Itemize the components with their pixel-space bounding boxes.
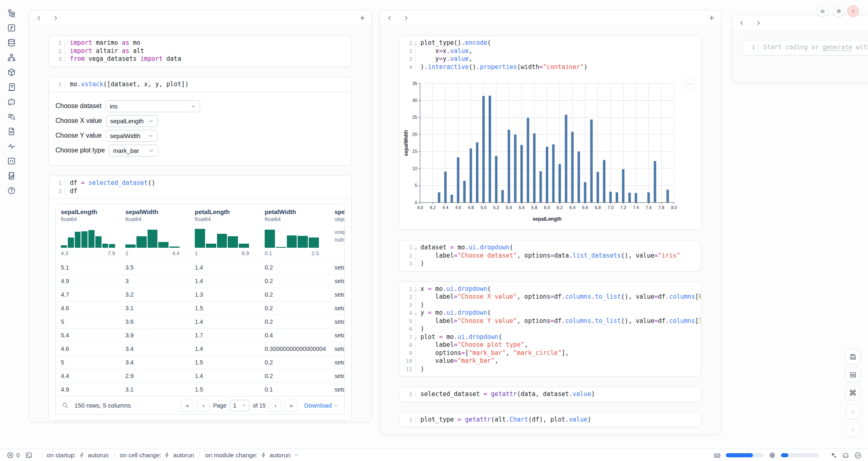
page-select[interactable]: 1 <box>230 400 249 411</box>
code-text[interactable]: ) <box>415 301 701 309</box>
code-text[interactable]: plot_type = getattr(alt.Chart(df), plot.… <box>415 416 701 424</box>
column-forward-icon[interactable] <box>403 15 409 21</box>
code-text[interactable]: label="Choose X value", options=df.colum… <box>415 293 701 301</box>
shutdown-button[interactable] <box>847 5 859 17</box>
table-column-header[interactable]: sepalWidthfloat6424.4 <box>125 208 195 260</box>
code-text[interactable]: ) <box>415 260 701 268</box>
sidebar-item-snippets[interactable] <box>7 157 16 166</box>
code-text[interactable]: options=["mark_bar", "mark_circle"], <box>415 349 701 357</box>
terminal-button[interactable] <box>25 452 32 459</box>
sidebar-item-packages[interactable] <box>7 68 16 77</box>
add-cell-button[interactable]: + <box>709 14 714 23</box>
code-text[interactable]: selected_dataset = getattr(data, dataset… <box>415 390 701 399</box>
fold-marker[interactable]: v <box>414 245 417 253</box>
cell-editor-selected-dataset[interactable]: 1selected_dataset = getattr(data, datase… <box>399 387 701 402</box>
settings-button[interactable] <box>833 5 845 17</box>
dropdown-select-choose-y-value[interactable]: sepalWidth <box>106 130 157 142</box>
code-text[interactable]: y = mo.ui.dropdown( <box>415 309 701 317</box>
code-text[interactable]: ) <box>415 325 701 333</box>
previous-page-button[interactable]: ‹ <box>197 399 210 412</box>
code-text[interactable]: df = selected_dataset() <box>65 179 351 187</box>
sidebar-item-functions[interactable] <box>7 23 16 32</box>
table-column-header[interactable]: speciobjecuniqunulls: <box>335 208 344 260</box>
code-text[interactable]: label="Choose plot type", <box>415 341 701 349</box>
code-text[interactable]: label="Choose Y value", options=df.colum… <box>415 317 701 325</box>
sidebar-item-dependency-graph[interactable] <box>7 53 16 62</box>
scratchpad-editor[interactable]: Start coding or generate with <box>758 44 868 52</box>
code-text[interactable]: from vega_datasets import data <box>65 55 351 63</box>
sidebar-item-logs[interactable] <box>7 83 16 92</box>
code-text[interactable]: x = mo.ui.dropdown( <box>415 285 701 293</box>
sidebar-item-search-logs[interactable] <box>7 112 16 121</box>
keyboard-shortcuts-button[interactable]: ⌘ <box>845 385 861 400</box>
stop-button[interactable] <box>845 404 861 420</box>
code-text[interactable]: plot = mo.ui.dropdown( <box>415 333 701 341</box>
table-column-header[interactable]: petalWidthfloat640.12.5 <box>265 208 335 260</box>
altair-bar-chart[interactable]: 051015202530354.04.24.44.64.85.05.25.45.… <box>403 78 679 223</box>
run-button[interactable] <box>845 422 861 437</box>
code-line: 2 x=x.value, <box>399 47 701 55</box>
last-page-button[interactable]: » <box>285 399 298 412</box>
sidebar-item-help[interactable] <box>7 186 16 195</box>
sidebar-item-file-tree[interactable] <box>7 9 16 18</box>
code-text[interactable]: value="mark_bar", <box>415 357 701 365</box>
code-text[interactable]: ) <box>415 365 701 373</box>
cell-editor-df[interactable]: 1df = selected_dataset()2df <box>49 176 351 198</box>
layout-button[interactable] <box>845 367 861 382</box>
column-back-icon[interactable] <box>386 15 393 21</box>
sidebar-item-documentation[interactable] <box>7 127 16 136</box>
code-text[interactable]: y=y.value, <box>415 55 701 63</box>
table-column-header[interactable]: sepalLengthfloat644.37.9 <box>61 208 125 260</box>
fold-marker[interactable]: v <box>414 286 417 295</box>
sidebar-item-tracing[interactable] <box>7 142 16 151</box>
cell-editor-plot[interactable]: 1vplot_type().encode(2 x=x.value,3 y=y.v… <box>399 36 701 74</box>
fold-marker[interactable]: v <box>414 334 417 343</box>
column-back-icon[interactable] <box>36 15 42 21</box>
save-button[interactable] <box>845 349 861 364</box>
generate-with-ai-link[interactable]: generate <box>823 44 852 51</box>
errors-indicator[interactable]: 0 <box>7 452 20 459</box>
dropdown-select-choose-x-value[interactable]: sepalLength <box>106 115 158 127</box>
table-cell: 1.4 <box>195 278 265 284</box>
first-page-button[interactable]: « <box>181 399 194 412</box>
fold-marker[interactable]: v <box>414 310 417 318</box>
ai-assist-button[interactable] <box>829 452 837 459</box>
on-module-change-toggle[interactable]: on module change: autorun <box>205 452 298 459</box>
search-icon[interactable] <box>62 402 69 409</box>
download-button[interactable]: Download <box>304 402 339 409</box>
sidebar-item-database[interactable] <box>7 38 16 47</box>
cell-editor-vstack[interactable]: 1mo.vstack([dataset, x, y, plot]) <box>49 77 351 92</box>
fold-marker[interactable]: v <box>414 40 417 48</box>
code-text[interactable]: df <box>65 187 351 196</box>
connection-status-button[interactable] <box>854 452 861 459</box>
code-text[interactable]: label="Choose dataset", options=data.lis… <box>415 252 701 260</box>
code-text[interactable]: x=x.value, <box>415 47 701 55</box>
sidebar-item-scratchpad[interactable] <box>7 171 16 180</box>
column-forward-icon[interactable] <box>52 15 59 21</box>
add-cell-button[interactable]: + <box>360 14 365 23</box>
cell-editor-imports[interactable]: 1import marimo as mo2import altair as al… <box>49 36 351 67</box>
cell-editor-xy-plot-dropdowns[interactable]: 1vx = mo.ui.dropdown(2 label="Choose X v… <box>399 282 701 377</box>
cell-editor-dataset-dropdown[interactable]: 1vdataset = mo.ui.dropdown(2 label="Choo… <box>399 240 701 271</box>
cell-editor-plot-type[interactable]: 1plot_type = getattr(alt.Chart(df), plot… <box>399 413 701 427</box>
menu-button[interactable] <box>817 5 828 17</box>
table-column-header[interactable]: petalLengthfloat6416.9 <box>195 208 265 260</box>
code-text[interactable]: import marimo as mo <box>65 39 351 47</box>
chart-actions-button[interactable]: ⋯ <box>684 78 696 90</box>
dropdown-select-choose-plot-type[interactable]: mark_bar <box>109 145 158 157</box>
code-text[interactable]: dataset = mo.ui.dropdown( <box>415 244 701 252</box>
next-page-button[interactable]: › <box>269 399 282 412</box>
copilot-button[interactable] <box>842 452 849 459</box>
table-cell: 0.1 <box>265 386 335 393</box>
dropdown-select-choose-dataset[interactable]: iris <box>106 100 200 112</box>
code-text[interactable]: ).interactive().properties(width="contai… <box>415 63 701 71</box>
on-cell-change-toggle[interactable]: on cell change: autorun <box>120 452 194 459</box>
column-back-icon[interactable] <box>739 20 745 26</box>
code-text[interactable]: mo.vstack([dataset, x, y, plot]) <box>65 81 351 89</box>
code-text[interactable]: plot_type().encode( <box>415 39 701 47</box>
code-text[interactable]: import altair as alt <box>65 47 351 55</box>
on-startup-toggle[interactable]: on startup: autorun <box>47 452 109 459</box>
sidebar-item-chatbot[interactable] <box>7 97 16 106</box>
column-forward-icon[interactable] <box>755 20 762 26</box>
column-histogram <box>195 227 249 248</box>
